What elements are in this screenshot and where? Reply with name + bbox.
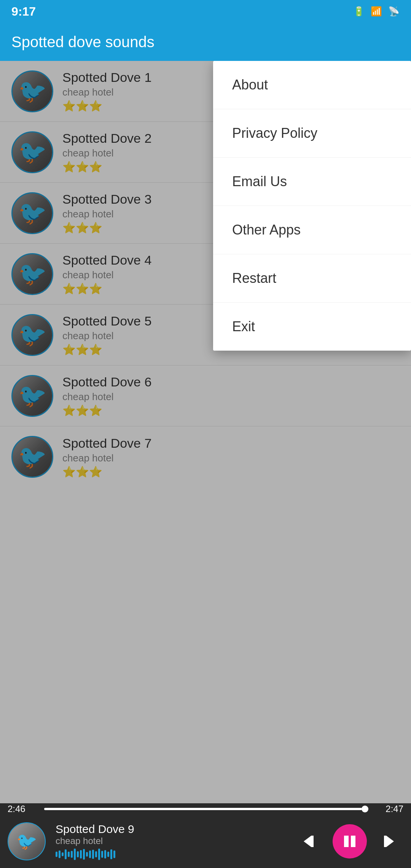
waveform-bar — [62, 852, 64, 856]
waveform-bar — [65, 849, 67, 859]
waveform-bar — [83, 849, 85, 860]
svg-rect-2 — [344, 836, 349, 847]
svg-rect-5 — [384, 836, 386, 847]
waveform-bar — [56, 852, 57, 857]
player-buttons — [296, 824, 403, 858]
waveform-bar — [68, 852, 70, 857]
menu-item-other-apps[interactable]: Other Apps — [213, 206, 411, 254]
waveform-bar — [89, 850, 91, 858]
rewind-button[interactable] — [296, 826, 327, 857]
waveform-bar — [113, 850, 115, 858]
progress-bar-container: 2:46 2:47 — [0, 803, 411, 815]
progress-dot — [362, 806, 368, 812]
svg-marker-4 — [386, 836, 394, 847]
player-thumb: 🐦 — [8, 822, 46, 860]
status-bar: 9:17 🔋 📶 📡 — [0, 0, 411, 23]
player-bird-image: 🐦 — [8, 823, 45, 860]
menu-item-email[interactable]: Email Us — [213, 158, 411, 206]
player-controls: 🐦 Spotted Dove 9 cheap hotel — [0, 815, 411, 868]
status-time: 9:17 — [11, 5, 36, 19]
dropdown-menu: About Privacy Policy Email Us Other Apps… — [213, 61, 411, 351]
signal-icon: 📶 — [371, 6, 382, 17]
app-bar-title: Spotted dove sounds — [11, 34, 155, 51]
menu-item-restart[interactable]: Restart — [213, 254, 411, 303]
bottom-player: 2:46 2:47 🐦 Spotted Dove 9 cheap hotel — [0, 803, 411, 868]
waveform-bar — [86, 852, 88, 857]
wifi-icon: 📡 — [388, 6, 400, 17]
waveform-bar — [74, 849, 76, 860]
menu-item-privacy[interactable]: Privacy Policy — [213, 109, 411, 158]
waveform-bar — [80, 850, 82, 858]
waveform-bar — [104, 850, 106, 858]
progress-fill — [44, 808, 362, 810]
progress-time-right: 2:47 — [373, 804, 403, 814]
waveform-bar — [59, 850, 61, 858]
svg-rect-3 — [351, 836, 355, 847]
waveform-bar — [107, 852, 109, 857]
progress-time-left: 2:46 — [8, 804, 38, 814]
svg-marker-0 — [304, 836, 311, 847]
waveform-bar — [92, 850, 94, 859]
menu-item-about[interactable]: About — [213, 61, 411, 109]
menu-item-exit[interactable]: Exit — [213, 303, 411, 351]
waveform-bar — [98, 849, 100, 860]
fast-forward-button[interactable] — [373, 826, 403, 857]
waveform-bar — [71, 851, 73, 858]
player-waveform — [56, 849, 290, 860]
waveform-bar — [77, 851, 79, 857]
main-content: 🐦 Spotted Dove 1 cheap hotel ⭐⭐⭐ 🐦 Spott… — [0, 61, 411, 803]
player-track-subtitle: cheap hotel — [56, 836, 290, 846]
pause-button[interactable] — [333, 824, 367, 858]
progress-track[interactable] — [44, 808, 367, 810]
waveform-bar — [110, 849, 112, 859]
player-track-title: Spotted Dove 9 — [56, 823, 290, 836]
svg-rect-1 — [311, 836, 314, 847]
player-info: Spotted Dove 9 cheap hotel — [56, 823, 290, 860]
battery-icon: 🔋 — [353, 6, 365, 17]
waveform-bar — [101, 851, 103, 858]
status-icons: 🔋 📶 📡 — [353, 6, 400, 17]
app-bar: Spotted dove sounds — [0, 23, 411, 61]
waveform-bar — [95, 851, 97, 857]
